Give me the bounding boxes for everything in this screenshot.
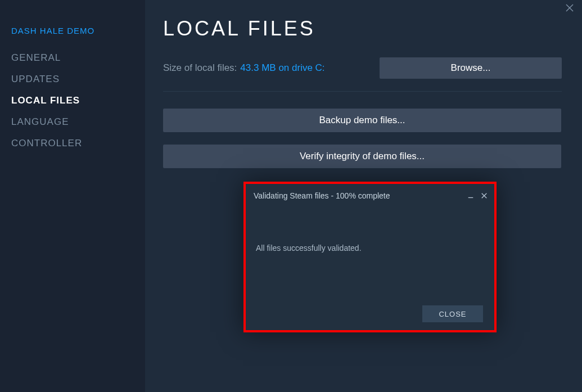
divider bbox=[163, 91, 562, 92]
size-row: Size of local files: 43.3 MB on drive C:… bbox=[163, 57, 562, 79]
close-dialog-icon[interactable] bbox=[479, 190, 490, 201]
sidebar-item-controller[interactable]: CONTROLLER bbox=[11, 138, 145, 149]
sidebar-item-general[interactable]: GENERAL bbox=[11, 52, 145, 64]
dialog-titlebar: Validating Steam files - 100% complete bbox=[246, 184, 494, 203]
size-label: Size of local files: bbox=[163, 62, 237, 74]
dialog-footer: CLOSE bbox=[422, 305, 483, 322]
sidebar-item-language[interactable]: LANGUAGE bbox=[11, 116, 145, 128]
browse-button[interactable]: Browse... bbox=[380, 57, 562, 79]
dialog-message: All files successfully validated. bbox=[246, 203, 494, 253]
validation-dialog: Validating Steam files - 100% complete A… bbox=[243, 182, 497, 332]
close-button[interactable]: CLOSE bbox=[422, 305, 483, 322]
page-title: LOCAL FILES bbox=[163, 17, 562, 40]
backup-button[interactable]: Backup demo files... bbox=[163, 109, 561, 132]
verify-button[interactable]: Verify integrity of demo files... bbox=[163, 145, 561, 168]
sidebar-item-local-files[interactable]: LOCAL FILES bbox=[11, 95, 145, 106]
size-value: 43.3 MB on drive C: bbox=[240, 62, 324, 74]
close-icon[interactable] bbox=[565, 3, 575, 13]
sidebar-item-updates[interactable]: UPDATES bbox=[11, 74, 145, 85]
game-title: DASH HALE DEMO bbox=[11, 26, 145, 35]
minimize-icon[interactable] bbox=[465, 190, 476, 201]
dialog-title: Validating Steam files - 100% complete bbox=[254, 191, 463, 200]
sidebar: DASH HALE DEMO GENERAL UPDATES LOCAL FIL… bbox=[0, 0, 145, 392]
